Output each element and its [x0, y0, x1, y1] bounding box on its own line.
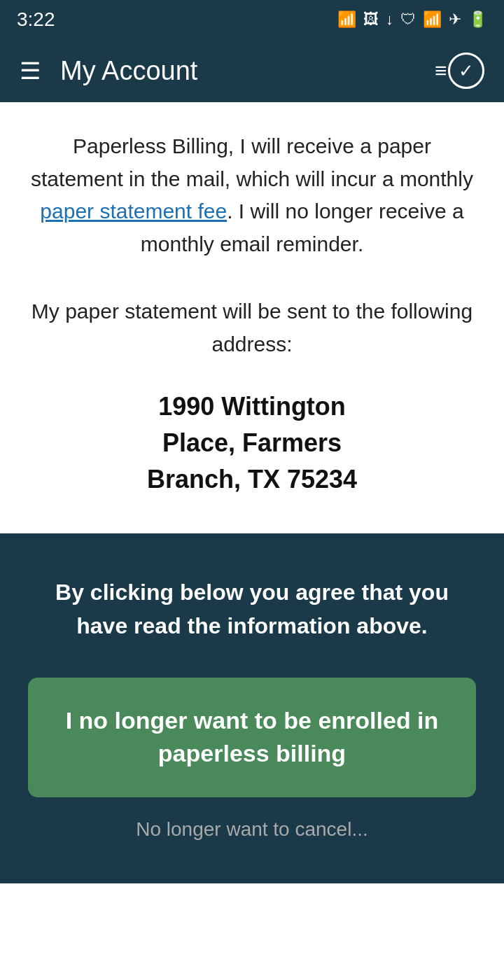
battery-icon: 🔋 — [468, 10, 487, 29]
unenroll-paperless-billing-button[interactable]: I no longer want to be enrolled in paper… — [28, 678, 476, 797]
nav-checklist-icon[interactable]: ✓ — [448, 52, 484, 89]
paper-statement-fee-link[interactable]: paper statement fee — [40, 200, 227, 223]
agree-disclaimer-text: By clicking below you agree that you hav… — [28, 575, 476, 643]
airplane-icon: ✈ — [449, 10, 461, 29]
signal-icon: 📶 — [337, 10, 356, 29]
top-navigation: ☰ My Account ✓ — [0, 39, 504, 102]
status-icons: 📶 🖼 ↓ 🛡 📶 ✈ 🔋 — [337, 10, 487, 29]
address-section: My paper statement will be sent to the f… — [28, 295, 476, 498]
page-title: My Account — [60, 56, 448, 86]
wifi-icon: 📶 — [423, 10, 442, 29]
menu-hamburger-icon[interactable]: ☰ — [20, 59, 41, 83]
main-content-area: Paperless Billing, I will receive a pape… — [0, 102, 504, 533]
download-icon: ↓ — [386, 10, 393, 29]
image-icon: 🖼 — [363, 10, 379, 29]
address-line-2: Place, Farmers — [28, 425, 476, 461]
mailing-address: 1990 Wittington Place, Farmers Branch, T… — [28, 388, 476, 498]
footer-section: By clicking below you agree that you hav… — [0, 533, 504, 883]
status-bar: 3:22 📶 🖼 ↓ 🛡 📶 ✈ 🔋 — [0, 0, 504, 39]
status-time: 3:22 — [17, 8, 55, 31]
billing-description-text: Paperless Billing, I will receive a pape… — [28, 130, 476, 260]
address-intro-text: My paper statement will be sent to the f… — [28, 295, 476, 360]
address-line-3: Branch, TX 75234 — [28, 461, 476, 498]
address-line-1: 1990 Wittington — [28, 388, 476, 425]
shield-icon: 🛡 — [400, 10, 416, 29]
checkmark-icon: ✓ — [458, 60, 474, 82]
bottom-hint-text: No longer want to cancel... — [28, 818, 476, 841]
